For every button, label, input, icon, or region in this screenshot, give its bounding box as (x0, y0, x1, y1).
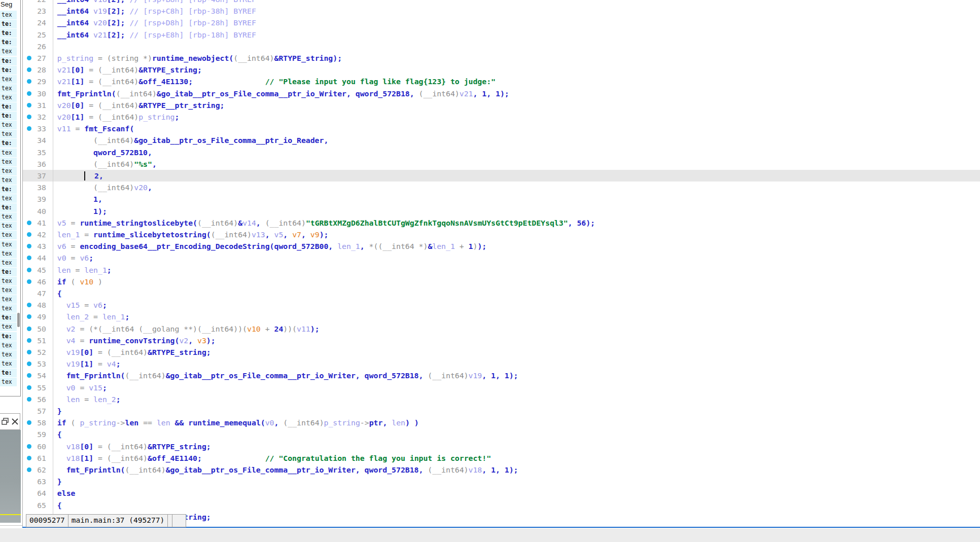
code-line[interactable]: v20[1] = (__int64)p_string; (48, 111, 179, 123)
line-number[interactable]: 35 (23, 147, 46, 158)
code-line[interactable]: len_2 = len_1; (48, 311, 129, 322)
segments-list-item[interactable]: tex (0, 259, 17, 267)
segments-list-item[interactable]: te: (0, 369, 17, 377)
segments-list-item[interactable]: te: (0, 38, 17, 47)
code-line[interactable]: (__int64)"%s", (48, 158, 157, 170)
segments-list-item[interactable]: te: (0, 66, 17, 75)
segments-list-item[interactable]: tex (0, 277, 17, 285)
segments-list-item[interactable]: tex (0, 378, 17, 386)
segments-list-item[interactable]: tex (0, 121, 17, 129)
line-number[interactable]: 23 (23, 5, 46, 17)
segments-list-item[interactable]: tex (0, 194, 17, 203)
line-number[interactable]: 42 (23, 229, 46, 240)
code-line[interactable]: __int64 v21[2]; // [rsp+E8h] [rbp-18h] B… (48, 29, 256, 41)
segments-list-item[interactable]: te: (0, 57, 17, 65)
code-line[interactable]: len = len_2; (48, 393, 121, 405)
segments-scrollbar-thumb[interactable] (17, 313, 20, 327)
float-window-icon[interactable] (2, 418, 9, 425)
code-line[interactable]: __int64 v20[2]; // [rsp+D8h] [rbp-28h] B… (48, 17, 256, 28)
code-line[interactable]: (__int64)v20, (48, 182, 152, 193)
line-number[interactable]: 61 (23, 452, 46, 464)
line-number[interactable]: 64 (23, 487, 46, 499)
segments-list-item[interactable]: tex (0, 231, 17, 239)
segments-list-item[interactable]: tex (0, 341, 17, 350)
code-line[interactable]: len_1 = runtime_slicebytetostring((__int… (48, 229, 328, 240)
segments-list-item[interactable]: tex (0, 222, 17, 230)
line-number[interactable]: 54 (23, 370, 46, 381)
segments-list-item[interactable]: te: (0, 268, 17, 276)
code-line[interactable]: v19[0] = (__int64)&RTYPE_string; (48, 346, 211, 358)
code-line[interactable]: { (48, 428, 62, 440)
segments-list-item[interactable]: tex (0, 359, 17, 368)
code-line[interactable]: v2 = (*(__int64 (__golang **)(__int64))(… (48, 323, 320, 335)
line-number[interactable]: 58 (23, 417, 46, 428)
code-line[interactable]: fmt_Fprintln((__int64)&go_itab__ptr_os_F… (48, 370, 518, 381)
segments-list-item[interactable]: tex (0, 240, 17, 249)
segments-list-item[interactable]: tex (0, 93, 17, 102)
line-number[interactable]: 50 (23, 323, 46, 335)
pseudocode-pane[interactable]: 2223242526272829303132333435363738394041… (22, 0, 980, 527)
line-number[interactable]: 45 (23, 264, 46, 276)
segments-list-item[interactable]: tex (0, 11, 17, 19)
line-number[interactable]: 25 (23, 29, 46, 41)
code-line[interactable]: } (48, 405, 62, 417)
code-line[interactable]: if ( v10 ) (48, 276, 102, 287)
line-number[interactable]: 57 (23, 405, 46, 417)
line-number[interactable]: 41 (23, 217, 46, 229)
code-line[interactable]: v15 = v6; (48, 299, 107, 311)
close-icon[interactable] (11, 418, 19, 425)
line-number[interactable]: 28 (23, 64, 46, 76)
code-line[interactable]: v6 = encoding_base64__ptr_Encoding_Decod… (48, 240, 486, 252)
code-line[interactable]: fmt_Fprintln((__int64)&go_itab__ptr_os_F… (48, 88, 509, 99)
code-line[interactable]: v21[0] = (__int64)&RTYPE_string; (48, 64, 202, 76)
code-line[interactable]: v5 = runtime_stringtoslicebyte((__int64)… (48, 217, 595, 229)
line-number[interactable]: 29 (23, 76, 46, 87)
segments-list-item[interactable]: tex (0, 322, 17, 331)
code-line[interactable]: 1); (48, 205, 107, 217)
code-line[interactable]: (__int64)&go_itab__ptr_os_File_comma__pt… (48, 134, 328, 146)
code-line[interactable]: __int64 v19[2]; // [rsp+C8h] [rbp-38h] B… (48, 5, 256, 17)
line-number[interactable]: 53 (23, 358, 46, 370)
code-line[interactable]: v20[0] = (__int64)&RTYPE__ptr_string; (48, 99, 224, 111)
line-number[interactable]: 47 (23, 287, 46, 299)
code-line[interactable]: len = len_1; (48, 264, 112, 276)
code-line[interactable]: v18[0] = (__int64)&RTYPE_string; (48, 441, 211, 452)
line-number[interactable]: 36 (23, 158, 46, 170)
code-line[interactable]: if ( p_string->len == len && runtime_mem… (48, 417, 419, 428)
segments-list-item[interactable]: tex (0, 176, 17, 185)
segments-list-item[interactable]: te: (0, 29, 17, 38)
line-number[interactable]: 56 (23, 393, 46, 405)
segments-list-item[interactable]: tex (0, 130, 17, 138)
segments-list-item[interactable]: tex (0, 286, 17, 295)
code-line[interactable]: } (48, 476, 62, 487)
line-number[interactable]: 40 (23, 205, 46, 217)
code-line[interactable]: v11 = fmt_Fscanf( (48, 123, 134, 134)
segments-list-item[interactable]: tex (0, 149, 17, 157)
code-line[interactable]: else (48, 487, 75, 499)
line-number[interactable]: 44 (23, 252, 46, 264)
code-line[interactable]: v4 = runtime_convTstring(v2, v3); (48, 335, 216, 346)
segments-list-item[interactable]: te: (0, 112, 17, 120)
code-line[interactable]: fmt_Fprintln((__int64)&go_itab__ptr_os_F… (48, 464, 518, 476)
segments-list-item[interactable]: te: (0, 20, 17, 28)
line-number[interactable]: 63 (23, 476, 46, 487)
line-number[interactable]: 33 (23, 123, 46, 134)
segments-list-item[interactable]: tex (0, 350, 17, 359)
segments-list-item[interactable]: te: (0, 203, 17, 212)
line-number[interactable]: 48 (23, 299, 46, 311)
line-number[interactable]: 39 (23, 193, 46, 205)
segments-list-item[interactable]: te: (0, 102, 17, 111)
segments-list-item[interactable]: tex (0, 212, 17, 221)
line-number[interactable]: 46 (23, 276, 46, 287)
line-number[interactable]: 34 (23, 134, 46, 146)
segments-list-item[interactable]: te: (0, 139, 17, 148)
line-number[interactable]: 43 (23, 240, 46, 252)
segments-list-item[interactable]: te: (0, 332, 17, 341)
code-line[interactable]: 1, (48, 193, 102, 205)
line-number[interactable]: 52 (23, 346, 46, 358)
code-line[interactable]: v21[1] = (__int64)&off_4E1130; // "Pleas… (48, 76, 496, 87)
line-number[interactable]: 55 (23, 382, 46, 393)
segments-list-item[interactable]: tex (0, 167, 17, 175)
line-number[interactable]: 62 (23, 464, 46, 476)
code-line[interactable]: { (48, 499, 62, 511)
